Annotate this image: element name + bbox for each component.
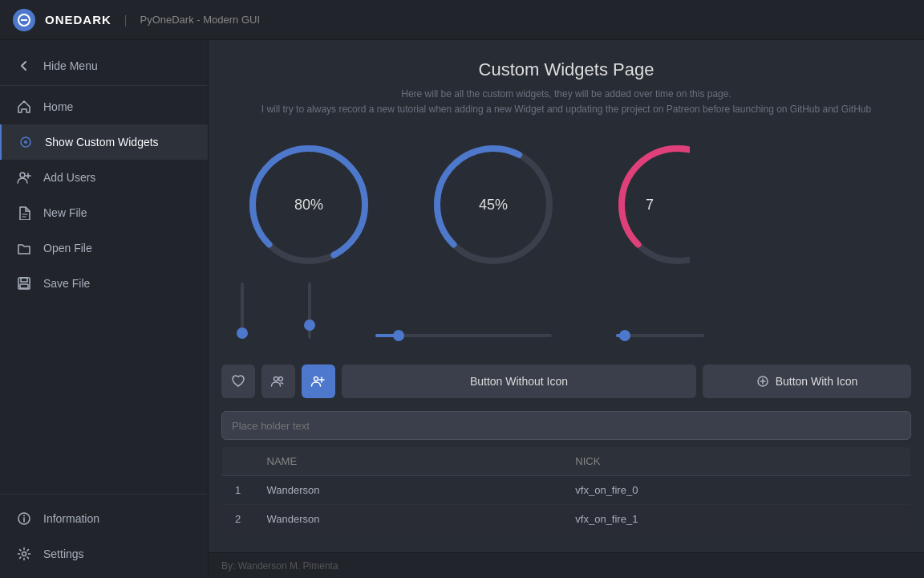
circular-widget-45: 45% bbox=[425, 136, 561, 273]
sidebar-hide-menu[interactable]: Hide Menu bbox=[0, 47, 208, 86]
content-area: Custom Widgets Page Here will be all the… bbox=[209, 40, 924, 578]
sidebar-open-file-label: Open File bbox=[43, 242, 92, 254]
page-header: Custom Widgets Page Here will be all the… bbox=[209, 40, 924, 124]
svg-point-14 bbox=[23, 515, 25, 517]
sidebar-save-file-label: Save File bbox=[43, 277, 90, 290]
h-slider-2[interactable] bbox=[616, 334, 704, 337]
col-num bbox=[222, 447, 254, 476]
v-slider-1[interactable] bbox=[241, 279, 244, 352]
open-file-icon bbox=[16, 240, 32, 256]
col-nick: NICK bbox=[562, 447, 910, 476]
button-with-icon[interactable]: Button With Icon bbox=[703, 364, 911, 398]
buttons-row: Button Without Icon Button With Icon bbox=[209, 358, 924, 405]
app-logo bbox=[13, 9, 35, 31]
sidebar-home-label: Home bbox=[43, 100, 73, 113]
settings-icon bbox=[16, 546, 32, 562]
group-button[interactable] bbox=[261, 364, 295, 398]
sidebar-item-settings[interactable]: Settings bbox=[0, 536, 208, 572]
svg-rect-10 bbox=[21, 278, 27, 282]
sliders-row bbox=[209, 279, 924, 358]
page-desc-2: I will try to always record a new tutori… bbox=[234, 102, 898, 117]
circular-label-80: 80% bbox=[294, 197, 323, 214]
sidebar: Hide Menu Home Show C bbox=[0, 40, 209, 578]
brand-name: ONEDARK bbox=[45, 13, 111, 26]
sidebar-item-information[interactable]: Information bbox=[0, 501, 208, 536]
sidebar-item-open-file[interactable]: Open File bbox=[0, 230, 208, 266]
search-input[interactable] bbox=[221, 411, 911, 440]
new-file-icon bbox=[16, 205, 32, 221]
sidebar-information-label: Information bbox=[43, 512, 99, 525]
page-desc-1: Here will be all the custom widgets, the… bbox=[234, 87, 898, 102]
sidebar-bottom: Information Settings bbox=[0, 494, 208, 578]
table-row: 2 Wanderson vfx_on_fire_1 bbox=[222, 505, 911, 534]
title-divider: | bbox=[124, 14, 128, 26]
hide-menu-label: Hide Menu bbox=[43, 59, 98, 72]
svg-rect-11 bbox=[20, 284, 28, 288]
page-title: Custom Widgets Page bbox=[234, 59, 898, 80]
row-2-num: 2 bbox=[222, 505, 254, 534]
svg-point-20 bbox=[622, 149, 690, 261]
footer: By: Wanderson M. Pimenta bbox=[209, 552, 924, 578]
widgets-icon bbox=[18, 134, 34, 150]
circular-label-45: 45% bbox=[479, 197, 508, 214]
circular-widgets-row: 80% 45% 7 bbox=[209, 124, 924, 279]
home-icon bbox=[16, 99, 32, 115]
table-container: NAME NICK 1 Wanderson vfx_on_fire_0 2 Wa… bbox=[209, 446, 924, 552]
col-name: NAME bbox=[254, 447, 563, 476]
app-subtitle: PyOneDark - Modern GUI bbox=[140, 14, 260, 26]
search-row bbox=[209, 405, 924, 446]
sidebar-settings-label: Settings bbox=[43, 547, 84, 560]
data-table: NAME NICK 1 Wanderson vfx_on_fire_0 2 Wa… bbox=[221, 446, 911, 534]
add-users-icon bbox=[16, 169, 32, 185]
v-slider-2[interactable] bbox=[308, 279, 311, 352]
footer-credit: By: Wanderson M. Pimenta bbox=[221, 560, 338, 572]
sidebar-item-save-file[interactable]: Save File bbox=[0, 266, 208, 301]
save-file-icon bbox=[16, 275, 32, 291]
circular-widget-partial: 7 bbox=[610, 136, 690, 273]
svg-point-4 bbox=[20, 173, 25, 177]
row-2-name: Wanderson bbox=[254, 505, 563, 534]
add-group-button[interactable] bbox=[302, 364, 335, 398]
sidebar-item-custom-widgets[interactable]: Show Custom Widgets bbox=[0, 124, 208, 160]
sidebar-item-home[interactable]: Home bbox=[0, 89, 208, 124]
sidebar-add-users-label: Add Users bbox=[43, 171, 95, 184]
v-thumb-1 bbox=[237, 328, 248, 339]
h-thumb-1 bbox=[393, 330, 404, 341]
row-1-name: Wanderson bbox=[254, 476, 563, 505]
row-2-nick: vfx_on_fire_1 bbox=[562, 505, 910, 534]
h-thumb-2 bbox=[619, 330, 630, 341]
svg-point-23 bbox=[279, 377, 283, 381]
heart-button[interactable] bbox=[221, 364, 255, 398]
sidebar-item-new-file[interactable]: New File bbox=[0, 195, 208, 230]
sidebar-top: Hide Menu Home Show C bbox=[0, 40, 208, 494]
svg-point-24 bbox=[314, 377, 318, 381]
sidebar-custom-widgets-label: Show Custom Widgets bbox=[45, 136, 159, 149]
info-icon bbox=[16, 511, 32, 527]
v-thumb-2 bbox=[304, 320, 315, 331]
table-row: 1 Wanderson vfx_on_fire_0 bbox=[222, 476, 911, 505]
circular-label-partial: 7 bbox=[646, 197, 654, 214]
svg-point-15 bbox=[22, 552, 26, 556]
chevron-left-icon bbox=[16, 58, 32, 74]
button-without-icon[interactable]: Button Without Icon bbox=[342, 364, 696, 398]
title-bar: ONEDARK | PyOneDark - Modern GUI bbox=[0, 0, 924, 40]
sidebar-new-file-label: New File bbox=[43, 206, 87, 219]
main-layout: Hide Menu Home Show C bbox=[0, 40, 924, 578]
circular-widget-80: 80% bbox=[241, 136, 377, 273]
h-slider-1[interactable] bbox=[375, 334, 552, 337]
svg-point-3 bbox=[24, 140, 27, 144]
row-1-nick: vfx_on_fire_0 bbox=[562, 476, 910, 505]
sidebar-item-add-users[interactable]: Add Users bbox=[0, 160, 208, 195]
row-1-num: 1 bbox=[222, 476, 254, 505]
svg-point-22 bbox=[274, 377, 278, 381]
